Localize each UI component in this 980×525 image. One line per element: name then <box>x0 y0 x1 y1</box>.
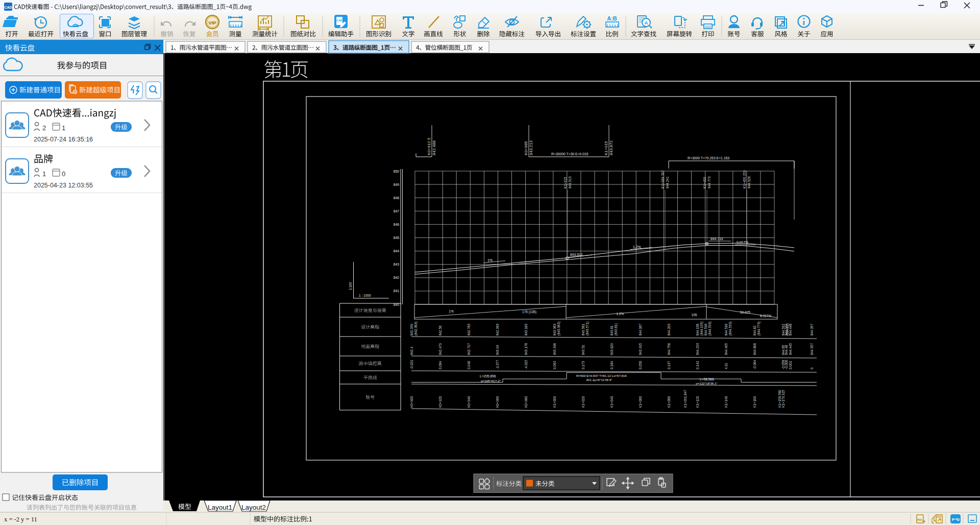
svg-text:(844.533): (844.533) <box>728 322 732 336</box>
svg-text:846: 846 <box>394 223 400 226</box>
svg-text:50.925: 50.925 <box>740 311 750 314</box>
svg-text:K1+060: K1+060 <box>639 396 642 408</box>
svg-text:0: 0 <box>62 170 65 178</box>
svg-text:845: 845 <box>394 236 400 240</box>
svg-text:0.137: 0.137 <box>667 361 671 369</box>
svg-text:x = -2 y = 11: x = -2 y = 11 <box>4 516 37 523</box>
svg-text:843: 843 <box>394 262 400 266</box>
svg-text:843.346: 843.346 <box>553 343 556 355</box>
svg-text:843.04: 843.04 <box>496 345 499 355</box>
svg-text:CAD: CAD <box>4 6 12 9</box>
svg-text:847: 847 <box>394 209 400 213</box>
svg-text:CAD: CAD <box>337 19 342 22</box>
svg-text:843.629: 843.629 <box>610 343 614 355</box>
svg-text:844.62: 844.62 <box>753 325 756 336</box>
svg-text:-0.006: -0.006 <box>785 360 788 369</box>
svg-text:-0.021: -0.021 <box>410 360 413 369</box>
svg-text:0.173: 0.173 <box>581 361 585 369</box>
svg-text:(844.135): (844.135) <box>700 322 704 336</box>
svg-text:844: 844 <box>394 249 400 253</box>
svg-text:2: 2 <box>42 124 46 132</box>
svg-text:K0+980: K0+980 <box>524 396 528 408</box>
svg-text:843.872: 843.872 <box>609 140 614 155</box>
svg-text:844.773: 844.773 <box>707 176 711 188</box>
svg-text:8.017%: 8.017% <box>760 314 771 318</box>
svg-text:849: 849 <box>394 183 400 186</box>
svg-text:1.2%: 1.2% <box>633 245 641 249</box>
svg-text:844.806: 844.806 <box>753 343 756 355</box>
svg-text:K1+080: K1+080 <box>667 396 671 408</box>
svg-text:K1+091.847: K1+091.847 <box>683 390 687 408</box>
svg-text:1 : 1000: 1 : 1000 <box>359 294 371 297</box>
svg-text:844.516: 844.516 <box>704 323 707 336</box>
svg-text:844.241: 844.241 <box>666 176 669 188</box>
svg-text:K1+400: K1+400 <box>703 177 706 188</box>
svg-text:844.357: 844.357 <box>810 343 814 355</box>
svg-text:α=105°41′7.2″: α=105°41′7.2″ <box>481 379 501 383</box>
svg-text:PDF: PDF <box>937 516 942 518</box>
svg-text:JD1 Δy=6°11′38.9″: JD1 Δy=6°11′38.9″ <box>586 378 612 381</box>
svg-text:842.763: 842.763 <box>467 323 471 336</box>
svg-text:843.995: 843.995 <box>639 343 642 355</box>
svg-text:844.733: 844.733 <box>710 237 723 241</box>
svg-text:0.063: 0.063 <box>553 361 556 369</box>
svg-text:850: 850 <box>394 170 400 173</box>
svg-text:K0+900: K0+900 <box>410 396 413 408</box>
svg-text:844.174: 844.174 <box>785 323 788 336</box>
svg-text:1: 1 <box>62 124 65 132</box>
svg-text:2025-04-23 12:03:55: 2025-04-23 12:03:55 <box>34 182 93 189</box>
svg-text:844.446: 844.446 <box>789 323 792 336</box>
svg-text:K1+120: K1+120 <box>696 396 699 408</box>
svg-text:0.001: 0.001 <box>789 361 792 369</box>
svg-text:-4.015: -4.015 <box>524 360 528 369</box>
svg-text:K1+015: K1+015 <box>564 177 567 188</box>
svg-text:R=30000 T=30 E=0.015: R=30000 T=30 E=0.015 <box>551 152 589 156</box>
svg-text:843.213: 843.213 <box>529 140 533 155</box>
svg-text:K1+040: K1+040 <box>610 396 614 408</box>
svg-text:0: 0 <box>810 367 814 369</box>
svg-text:843.363: 843.363 <box>553 323 556 336</box>
svg-text:844.136: 844.136 <box>696 323 699 336</box>
svg-text:848: 848 <box>394 196 400 200</box>
svg-text:843.163: 843.163 <box>524 323 528 336</box>
svg-text:Layout1: Layout1 <box>208 504 232 511</box>
svg-text:844.293: 844.293 <box>696 343 699 355</box>
svg-text:844.067: 844.067 <box>639 323 642 336</box>
svg-text:844.48: 844.48 <box>785 345 788 355</box>
svg-text:K1+160: K1+160 <box>753 396 756 408</box>
svg-text:1.2%: 1.2% <box>617 312 624 316</box>
svg-text:(843.81): (843.81) <box>614 323 618 336</box>
svg-text:Layout2: Layout2 <box>241 504 266 511</box>
svg-text:(844.773): (844.773) <box>757 322 761 336</box>
svg-text:1%: 1% <box>449 309 454 313</box>
svg-text:-0.064: -0.064 <box>753 360 756 369</box>
svg-text:-1.077: -1.077 <box>496 360 499 369</box>
svg-text:842.479: 842.479 <box>438 343 442 355</box>
svg-text:K1+020: K1+020 <box>581 396 585 408</box>
svg-text:842.4: 842.4 <box>410 347 413 355</box>
svg-text:844.528: 844.528 <box>747 176 751 188</box>
svg-text:844.203: 844.203 <box>667 323 671 336</box>
svg-text:1%: 1% <box>487 258 493 262</box>
svg-text:0.184: 0.184 <box>610 361 614 369</box>
svg-text:K0+912.5: K0+912.5 <box>427 137 431 155</box>
svg-text:K1+089.767: K1+089.767 <box>661 170 665 188</box>
svg-text:VIP: VIP <box>208 20 216 26</box>
svg-text:4.11: 4.11 <box>724 363 728 369</box>
svg-text:A: A <box>645 20 648 26</box>
svg-text:PDF: PDF <box>917 518 922 521</box>
svg-text:844.516: 844.516 <box>724 323 728 336</box>
svg-text:K0+940: K0+940 <box>467 396 471 408</box>
svg-text:841: 841 <box>394 289 400 293</box>
svg-text:R=500 E=0.837 T=81.12 Ls=57.81: R=500 E=0.837 T=81.12 Ls=57.816 <box>576 374 627 377</box>
svg-text:D: D <box>957 517 960 522</box>
svg-text:(844.533): (844.533) <box>708 322 712 336</box>
svg-text:K1+450.253: K1+450.253 <box>743 170 746 188</box>
svg-text:843.178: 843.178 <box>524 343 528 355</box>
svg-text:(842.363): (842.363) <box>414 322 418 336</box>
svg-text:0.084: 0.084 <box>438 361 442 369</box>
svg-text:105: 105 <box>692 313 697 317</box>
svg-text:844.405: 844.405 <box>724 343 728 355</box>
svg-text:842: 842 <box>394 276 400 279</box>
svg-text:842.963: 842.963 <box>496 323 499 336</box>
